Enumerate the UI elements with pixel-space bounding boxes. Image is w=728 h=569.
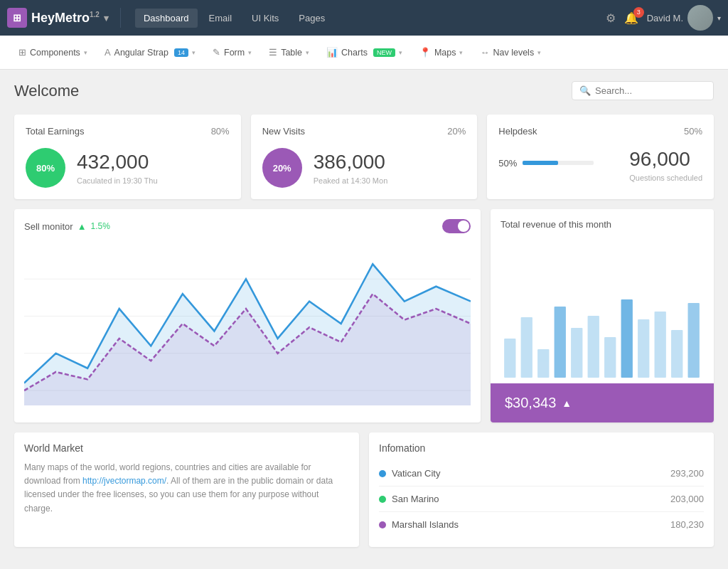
search-icon: 🔍 <box>579 85 591 96</box>
info-row-2: Marshall Islands 180,230 <box>379 512 704 537</box>
helpdesk-bar-label: 50% <box>498 158 517 169</box>
form-icon: ✎ <box>213 47 220 58</box>
earnings-title: Total Earnings <box>26 126 84 137</box>
svg-rect-14 <box>671 330 682 378</box>
world-market-card: World Market Many maps of the world, wor… <box>14 432 359 547</box>
earnings-circle: 80% <box>26 148 65 188</box>
charts-caret: ▾ <box>399 49 402 56</box>
visits-title: New Visits <box>262 126 305 137</box>
search-input[interactable] <box>595 85 706 96</box>
navlevels-icon: ↔ <box>480 47 489 58</box>
sell-title: Sell monitor ▲ 1.5% <box>24 221 110 232</box>
visits-number: 386,000 <box>314 151 388 174</box>
secnav-components-label: Components <box>30 48 80 58</box>
secnav-table[interactable]: ☰ Table ▾ <box>262 43 316 62</box>
info-dot-1 <box>379 496 386 503</box>
stat-card-earnings: Total Earnings 80% 80% 432,000 Caculated… <box>14 115 241 199</box>
main-content: Total Earnings 80% 80% 432,000 Caculated… <box>0 106 728 555</box>
toggle-knob <box>458 220 469 232</box>
info-dot-2 <box>379 521 386 528</box>
visits-pct: 20% <box>447 126 466 137</box>
secnav-angularstrap[interactable]: A Angular Strap 14 ▾ <box>97 43 203 62</box>
nav-email[interactable]: Email <box>200 9 241 28</box>
sell-pct: 1.5% <box>91 221 110 231</box>
earnings-pct: 80% <box>211 126 230 137</box>
sell-chart-area <box>24 242 471 405</box>
info-row-1: San Marino 203,000 <box>379 486 704 512</box>
secnav-components[interactable]: ⊞ Components ▾ <box>11 43 95 62</box>
nav-dashboard[interactable]: Dashboard <box>135 9 198 28</box>
helpdesk-pct: 50% <box>684 126 702 137</box>
notification-badge: 3 <box>633 7 644 18</box>
info-name-2: Marshall Islands <box>379 519 459 530</box>
sell-toggle[interactable] <box>442 219 471 233</box>
table-icon: ☰ <box>269 47 277 58</box>
brand[interactable]: ⊞ HeyMetro1.2 ▾ <box>7 8 121 28</box>
helpdesk-sub: Questions scheduled <box>629 174 702 182</box>
secnav-table-label: Table <box>281 48 302 58</box>
stats-row: Total Earnings 80% 80% 432,000 Caculated… <box>14 115 714 199</box>
info-row-0: Vatican City 293,200 <box>379 461 704 486</box>
sell-up-icon: ▲ <box>77 221 87 232</box>
secnav-charts[interactable]: 📊 Charts NEW ▾ <box>319 43 410 62</box>
sell-monitor-card: Sell monitor ▲ 1.5% <box>14 209 481 422</box>
secnav-form[interactable]: ✎ Form ▾ <box>205 43 259 62</box>
secnav-charts-label: Charts <box>341 48 368 58</box>
information-title: Infomation <box>379 442 704 454</box>
charts-badge: NEW <box>373 48 395 57</box>
gear-button[interactable]: ⚙ <box>606 11 616 25</box>
sell-chart-svg <box>24 242 471 405</box>
svg-rect-5 <box>521 317 532 378</box>
search-box[interactable]: 🔍 <box>572 81 714 100</box>
revenue-title: Total revenue of this month <box>500 219 611 230</box>
secnav-navlevels[interactable]: ↔ Nav levels ▾ <box>473 43 548 62</box>
svg-rect-15 <box>688 303 700 378</box>
info-value-2: 180,230 <box>670 519 704 530</box>
helpdesk-bar-fill <box>523 161 558 165</box>
secondary-nav: ⊞ Components ▾ A Angular Strap 14 ▾ ✎ Fo… <box>0 36 728 70</box>
svg-rect-11 <box>621 299 633 378</box>
bell-button[interactable]: 🔔 3 <box>624 11 638 25</box>
top-nav: ⊞ HeyMetro1.2 ▾ Dashboard Email UI Kits … <box>0 0 728 36</box>
info-name-0: Vatican City <box>379 468 440 479</box>
revenue-up-icon: ▲ <box>562 398 572 409</box>
earnings-number: 432,000 <box>77 151 158 174</box>
table-caret: ▾ <box>306 49 309 56</box>
avatar <box>687 5 713 31</box>
brand-dropdown-icon[interactable]: ▾ <box>104 13 109 23</box>
navlevels-caret: ▾ <box>537 49 541 56</box>
world-market-title: World Market <box>24 442 349 454</box>
stat-card-helpdesk: Helpdesk 50% 50% <box>487 115 714 199</box>
nav-pages[interactable]: Pages <box>290 9 333 28</box>
user-menu[interactable]: David M. ▾ <box>647 5 721 31</box>
secnav-form-label: Form <box>224 48 245 58</box>
info-name-1: San Marino <box>379 494 439 504</box>
info-value-0: 293,200 <box>670 468 704 479</box>
info-value-1: 203,000 <box>670 494 704 504</box>
form-caret: ▾ <box>248 49 252 56</box>
components-icon: ⊞ <box>18 47 26 58</box>
secnav-maps-label: Maps <box>434 48 456 58</box>
secnav-angularstrap-label: Angular Strap <box>114 48 168 58</box>
page-title: Welcome <box>14 82 79 100</box>
stat-card-visits: New Visits 20% 20% 386,000 Peaked at 14:… <box>251 115 478 199</box>
world-market-link[interactable]: http://jvectormap.com/ <box>82 476 166 486</box>
revenue-amount: $30,343 <box>505 395 556 411</box>
page-header: Welcome 🔍 <box>0 70 728 106</box>
svg-rect-9 <box>588 316 599 378</box>
maps-icon: 📍 <box>419 47 431 58</box>
helpdesk-number: 96,000 <box>629 148 702 171</box>
revenue-card: Total revenue of this month <box>491 209 714 422</box>
brand-icon: ⊞ <box>7 8 27 28</box>
gear-icon: ⚙ <box>606 12 616 24</box>
visits-sub: Peaked at 14:30 Mon <box>314 176 388 185</box>
revenue-chart-area <box>491 267 714 383</box>
nav-uikits[interactable]: UI Kits <box>243 9 287 28</box>
info-dot-0 <box>379 470 386 477</box>
svg-rect-13 <box>655 312 666 378</box>
svg-rect-6 <box>537 349 549 378</box>
angularstrap-icon: A <box>105 47 111 58</box>
secnav-maps[interactable]: 📍 Maps ▾ <box>412 43 471 62</box>
world-market-text: Many maps of the world, world regions, c… <box>24 461 349 516</box>
angularstrap-badge: 14 <box>174 48 188 57</box>
